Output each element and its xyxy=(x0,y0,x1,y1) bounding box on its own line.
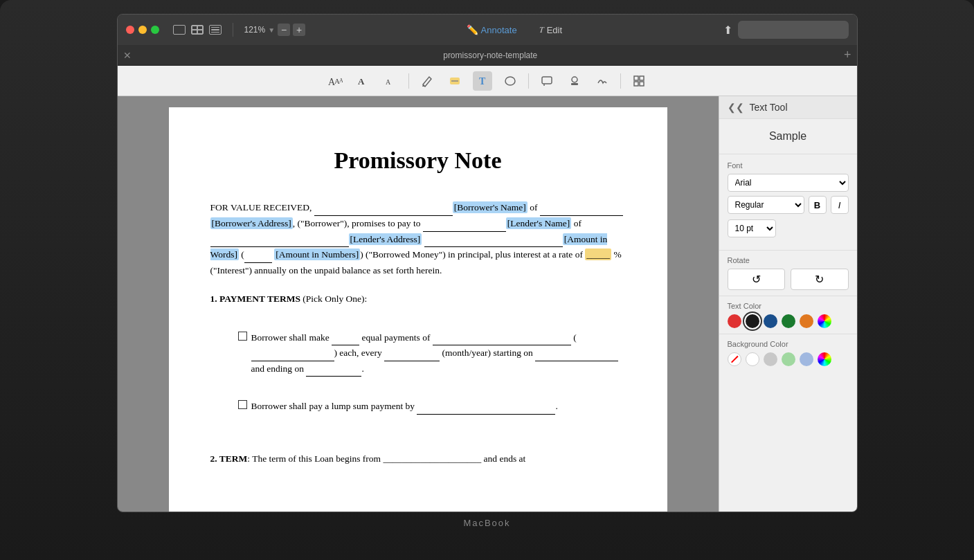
rotate-cw-button[interactable]: ↻ xyxy=(791,269,849,290)
grid-view-icon[interactable] xyxy=(191,25,204,35)
text-size-medium-icon[interactable]: A xyxy=(353,71,372,91)
svg-rect-11 xyxy=(634,76,638,80)
annotate-label: Annotate xyxy=(481,25,517,35)
font-size-select[interactable]: 10 pt xyxy=(728,219,776,237)
bg-color-label: Background Color xyxy=(728,340,849,348)
text-size-small-icon[interactable]: A xyxy=(381,71,400,91)
laptop-frame: 121% ▼ − + ✏️ Annotate 𝑇 Edit ⬆ ✕ pro xyxy=(0,0,974,560)
start-date-line xyxy=(535,345,618,361)
font-family-select[interactable]: Arial xyxy=(728,174,849,192)
bg-color-green[interactable] xyxy=(782,352,795,366)
document-body: FOR VALUE RECEIVED, [Borrower's Name] of… xyxy=(210,200,626,466)
traffic-lights xyxy=(126,26,159,34)
color-dark-green[interactable] xyxy=(782,314,795,328)
background-color-section: Background Color xyxy=(719,334,857,372)
bg-color-gray[interactable] xyxy=(764,352,777,366)
document-area[interactable]: Promissory Note FOR VALUE RECEIVED, [Bor… xyxy=(118,96,719,512)
color-red[interactable] xyxy=(728,314,741,328)
borrower-name-line xyxy=(314,200,453,216)
search-input[interactable] xyxy=(738,21,849,39)
font-style-select[interactable]: Regular xyxy=(728,196,804,214)
section-2-text: : The term of this Loan begins from ____… xyxy=(247,453,525,464)
color-dark-blue[interactable] xyxy=(764,314,777,328)
checkbox-1[interactable] xyxy=(238,332,247,341)
sidebar-toggle-icon[interactable] xyxy=(173,25,186,35)
edit-button[interactable]: 𝑇 Edit xyxy=(534,22,568,38)
svg-point-7 xyxy=(505,77,515,85)
lender-name-line xyxy=(423,216,506,232)
bg-color-blue[interactable] xyxy=(800,352,813,366)
section-2: 2. TERM: The term of this Loan begins fr… xyxy=(210,451,626,467)
text-cursor-icon: 𝑇 xyxy=(539,25,544,35)
text-size-large-icon[interactable]: AAA xyxy=(325,71,345,91)
amount-numbers-line xyxy=(244,247,272,263)
color-multicolor[interactable] xyxy=(818,314,831,328)
svg-rect-10 xyxy=(571,83,578,85)
font-section: Font Arial Regular B I 10 pt xyxy=(719,154,857,250)
main-area: Promissory Note FOR VALUE RECEIVED, [Bor… xyxy=(118,96,857,512)
zoom-out-button[interactable]: − xyxy=(278,24,290,36)
svg-rect-8 xyxy=(542,77,552,84)
color-black[interactable] xyxy=(746,314,759,328)
annotate-button[interactable]: ✏️ Annotate xyxy=(461,21,523,38)
separator-1 xyxy=(408,73,409,89)
svg-rect-13 xyxy=(634,82,638,86)
payment-amount-line xyxy=(433,330,571,346)
expand-tool-icon[interactable] xyxy=(629,71,649,91)
rotate-buttons: ↺ ↻ xyxy=(728,269,849,290)
checkbox-2[interactable] xyxy=(238,400,247,409)
text-tool-icon[interactable]: T xyxy=(473,71,492,91)
italic-button[interactable]: I xyxy=(831,196,849,214)
section-1-title: 1. PAYMENT TERMS xyxy=(210,293,300,304)
bg-color-swatches xyxy=(728,352,849,366)
highlight-tool-icon[interactable] xyxy=(445,71,465,91)
text-tool-panel: ❮❮ Text Tool Sample Font Arial Regular xyxy=(719,96,857,512)
title-bar: 121% ▼ − + ✏️ Annotate 𝑇 Edit ⬆ xyxy=(118,15,857,45)
svg-point-9 xyxy=(572,77,577,82)
new-tab-button[interactable]: + xyxy=(844,48,851,62)
annotation-toolbar: AAA A A T xyxy=(118,66,857,96)
shape-tool-icon[interactable] xyxy=(500,71,520,91)
maximize-button[interactable] xyxy=(151,26,159,34)
rotate-ccw-button[interactable]: ↺ xyxy=(728,269,786,290)
amount-words-line xyxy=(424,232,563,248)
svg-text:A: A xyxy=(339,78,343,84)
minimize-button[interactable] xyxy=(138,26,147,34)
color-orange[interactable] xyxy=(800,314,813,328)
tab-close-button[interactable]: ✕ xyxy=(123,50,132,61)
bg-color-none[interactable] xyxy=(728,352,741,366)
bold-button[interactable]: B xyxy=(809,196,827,214)
divider xyxy=(233,23,233,37)
bg-color-white[interactable] xyxy=(746,352,759,366)
amount-numbers-tag: [Amount in Numbers] xyxy=(274,249,360,260)
laptop-screen: 121% ▼ − + ✏️ Annotate 𝑇 Edit ⬆ ✕ pro xyxy=(117,14,858,512)
svg-rect-14 xyxy=(640,82,644,86)
text-color-section: Text Color xyxy=(719,296,857,334)
rotate-label: Rotate xyxy=(728,256,849,264)
panel-collapse-arrow[interactable]: ❮❮ xyxy=(728,102,744,113)
document-page: Promissory Note FOR VALUE RECEIVED, [Bor… xyxy=(169,107,667,512)
title-bar-center: ✏️ Annotate 𝑇 Edit xyxy=(311,21,717,38)
payment-item-1: Borrower shall make equal payments of ( … xyxy=(210,330,626,377)
font-sample-preview: Sample xyxy=(719,119,857,154)
signature-tool-icon[interactable] xyxy=(593,71,612,91)
stamp-tool-icon[interactable] xyxy=(565,71,584,91)
payment-item-2: Borrower shall pay a lump sum payment by… xyxy=(210,399,626,415)
window-controls xyxy=(173,25,222,35)
bg-color-multicolor[interactable] xyxy=(818,352,831,366)
lender-name-tag: [Lender's Name] xyxy=(506,217,572,229)
rotate-section: Rotate ↺ ↻ xyxy=(719,250,857,296)
svg-rect-12 xyxy=(640,76,644,80)
zoom-in-button[interactable]: + xyxy=(293,24,305,36)
comment-tool-icon[interactable] xyxy=(537,71,557,91)
text-color-swatches xyxy=(728,314,849,328)
list-view-icon[interactable] xyxy=(209,25,222,35)
share-button[interactable]: ⬆ xyxy=(723,24,732,37)
pen-tool-icon[interactable] xyxy=(417,71,437,91)
panel-title: Text Tool xyxy=(750,102,788,113)
svg-text:A: A xyxy=(358,76,365,87)
close-button[interactable] xyxy=(126,26,134,34)
lump-sum-date-line xyxy=(417,399,555,415)
zoom-dropdown-arrow[interactable]: ▼ xyxy=(268,26,275,34)
paragraph-1: FOR VALUE RECEIVED, [Borrower's Name] of… xyxy=(210,200,626,278)
